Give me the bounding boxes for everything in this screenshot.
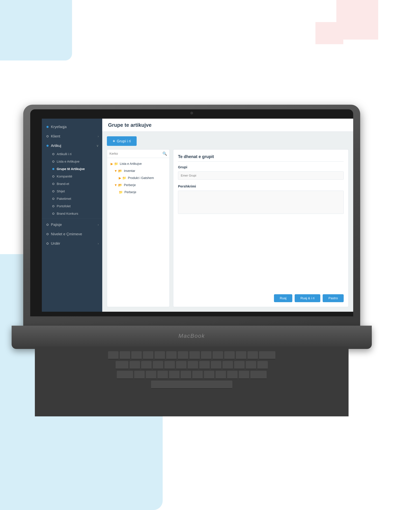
sidebar-item-label: Artikuj — [51, 144, 61, 148]
detail-panel: Te dhenat e grupit Grupi Pershkrimi — [173, 149, 349, 307]
sidebar-item-kryefaqja[interactable]: Kryefaqja — [42, 122, 102, 131]
key — [141, 361, 152, 369]
form-section-grupi: Grupi — [178, 165, 344, 180]
tree-item-perberje-2[interactable]: 📁 Perberje — [109, 189, 167, 196]
key-caps — [117, 371, 133, 379]
tree-item-label: Perberje — [124, 183, 136, 187]
ruaj-ri-button[interactable]: Ruaj & i ri — [295, 294, 320, 302]
sidebar-item-lista-artikujve[interactable]: Lista e Artikujve — [49, 158, 102, 165]
tree-item-inventar[interactable]: ▼ 📂 Inventar — [109, 167, 167, 174]
artikulli-ri-icon — [52, 153, 54, 155]
sidebar-item-shijet[interactable]: Shijet — [49, 188, 102, 195]
pastro-label: Pastro — [329, 296, 338, 300]
laptop-screen-shell: Kryefaqja Klient › Artikuj ∨ — [23, 105, 360, 326]
key — [223, 361, 233, 369]
description-textarea[interactable] — [178, 191, 344, 214]
sidebar-item-label: Paketimet — [57, 197, 71, 201]
sidebar-item-kompanitë[interactable]: Kompanitë — [49, 173, 102, 180]
sidebar-item-pajisje[interactable]: Pajisje › — [42, 220, 102, 229]
artikuj-submenu: Artikulli i ri Lista e Artikujve Grupe t… — [42, 150, 102, 217]
laptop-brand-logo: MacBook — [179, 333, 205, 339]
tree-item-label: Inventar — [124, 169, 135, 173]
action-buttons: Ruaj Ruaj & i ri Pastro — [178, 291, 344, 302]
nivelet-icon — [46, 233, 49, 235]
sidebar-item-klient[interactable]: Klient › — [42, 131, 102, 141]
brand-konkurs-icon — [52, 213, 54, 215]
chevron-right-icon-pajisje: › — [98, 223, 99, 227]
key — [199, 361, 210, 369]
plus-icon: + — [113, 139, 115, 144]
chevron-right-icon-urdher: › — [98, 242, 99, 245]
app-layout: Kryefaqja Klient › Artikuj ∨ — [42, 119, 353, 312]
portofolet-icon — [52, 205, 54, 207]
form-section-pershkrimi: Pershkrimi — [178, 184, 344, 214]
sidebar-item-nivelet[interactable]: Nivelet e Çmimeve — [42, 229, 102, 239]
key — [201, 351, 211, 359]
grupe-icon — [52, 168, 54, 170]
sidebar-item-label: Artikulli i ri — [57, 152, 72, 156]
tree-item-label: Perberje — [124, 190, 136, 194]
pastro-button[interactable]: Pastro — [323, 294, 344, 302]
key — [146, 371, 156, 379]
sidebar-item-label: Lista e Artikujve — [57, 160, 79, 163]
key — [227, 371, 238, 379]
tree-item-produkt-gatshem[interactable]: ▶ 📁 Produkt i Gatshem — [109, 174, 167, 182]
sidebar: Kryefaqja Klient › Artikuj ∨ — [42, 119, 102, 312]
page-title: Grupe te artikujve — [108, 122, 347, 128]
urdher-icon — [46, 242, 49, 245]
laptop-keyboard — [35, 347, 349, 416]
sidebar-item-label: Shijet — [57, 189, 65, 193]
chevron-down-icon: ∨ — [96, 144, 99, 147]
key — [246, 361, 256, 369]
key — [165, 361, 175, 369]
key — [234, 361, 245, 369]
sidebar-item-grupe-artikujve[interactable]: Grupe të Artikujve — [49, 165, 102, 173]
two-column-layout: 🔍 ▶ 📁 Lista e Artikujve ▼ 📂 — [107, 149, 349, 307]
content-area: + Grupi i ri 🔍 — [102, 132, 353, 312]
sidebar-item-artikuj[interactable]: Artikuj ∨ — [42, 141, 102, 150]
key — [108, 351, 119, 359]
sidebar-item-label: Klient — [51, 134, 60, 139]
sidebar-item-brand-et[interactable]: Brand-et — [49, 180, 102, 188]
folder-open-icon: ▼ 📂 — [114, 169, 122, 173]
search-input[interactable] — [109, 152, 161, 155]
detail-panel-title: Te dhenat e grupit — [178, 154, 344, 162]
key-space — [151, 380, 232, 389]
lista-icon — [52, 161, 54, 162]
key-row-4 — [46, 380, 337, 389]
sidebar-item-label: Portofolet — [57, 204, 71, 208]
sidebar-item-portofolet[interactable]: Portofolet — [49, 202, 102, 210]
folder-icon-2: ▶ 📁 — [119, 176, 126, 180]
key — [211, 361, 221, 369]
tree-item-perberje-1[interactable]: ▼ 📂 Perberje — [109, 182, 167, 189]
sidebar-item-urdher[interactable]: Urdër › — [42, 239, 102, 248]
laptop-base: MacBook — [12, 326, 372, 349]
search-icon: 🔍 — [162, 151, 167, 156]
emer-grupi-input[interactable] — [178, 171, 344, 180]
key — [236, 351, 246, 359]
sidebar-item-artikulli-ri[interactable]: Artikulli i ri — [49, 150, 102, 158]
key-row-1 — [46, 351, 337, 359]
sidebar-item-label: Urdër — [51, 241, 60, 246]
shijet-icon — [52, 190, 54, 192]
key — [176, 361, 187, 369]
folder-icon: ▶ 📁 — [111, 162, 118, 166]
laptop-screen: Kryefaqja Klient › Artikuj ∨ — [42, 119, 353, 312]
key — [155, 351, 165, 359]
tree-item-lista-artikujve[interactable]: ▶ 📁 Lista e Artikujve — [109, 160, 167, 167]
laptop-bezel: Kryefaqja Klient › Artikuj ∨ — [30, 109, 353, 316]
ruaj-button[interactable]: Ruaj — [274, 294, 292, 302]
key-backspace — [259, 351, 275, 359]
paketimet-icon — [52, 198, 54, 200]
new-group-button[interactable]: + Grupi i ri — [107, 136, 137, 146]
artikuj-icon — [46, 145, 49, 147]
key — [188, 361, 198, 369]
key — [213, 351, 223, 359]
sidebar-item-brand-konkurs[interactable]: Brand Konkurs — [49, 210, 102, 217]
sidebar-item-paketimet[interactable]: Paketimet — [49, 195, 102, 202]
key — [134, 371, 145, 379]
laptop-device: Kryefaqja Klient › Artikuj ∨ — [23, 105, 395, 477]
bg-pink-square-2 — [315, 22, 343, 44]
key — [158, 371, 168, 379]
key-enter — [250, 371, 267, 379]
